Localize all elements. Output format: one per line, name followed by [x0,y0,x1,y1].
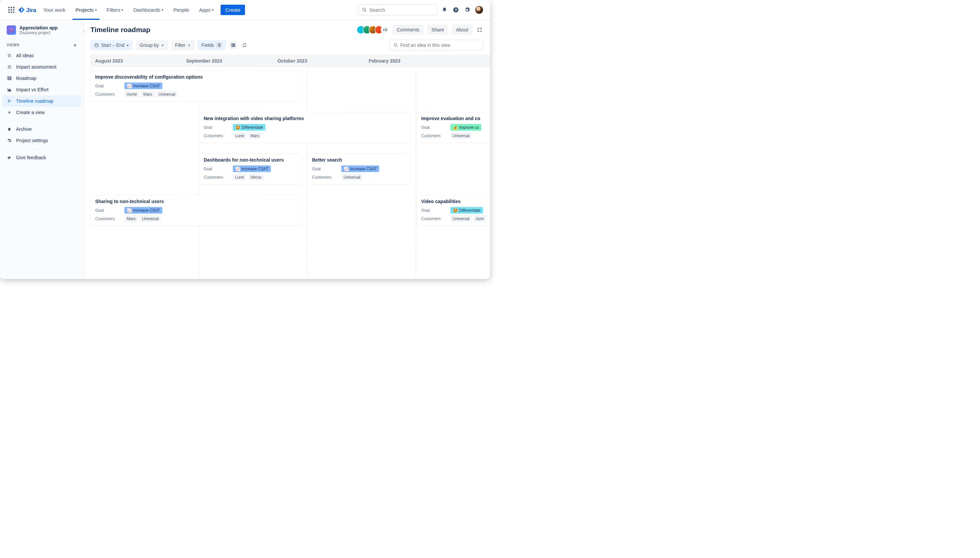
card-title: New integration with video sharing platf… [204,116,405,121]
card-title: Video capabilities [421,199,490,204]
sidebar-item-create-a-view[interactable]: Create a view [0,107,83,118]
idea-card[interactable]: Video capabilitiesGoal🤩DifferentiateCust… [416,195,490,226]
svg-rect-13 [8,90,9,91]
goal-tag: 📈Increase CSAT [125,207,162,214]
idea-card[interactable]: Improve evaluation and coGoal💰Improve co… [416,112,490,143]
nav-dashboards[interactable]: Dashboards▾ [130,0,166,20]
goal-label: Goal [312,167,337,171]
nav-projects[interactable]: Projects▾ [72,0,99,20]
fields-button[interactable]: Fields3 [197,40,226,50]
customers-label: Customers [204,175,229,180]
chevron-down-icon: ▾ [162,8,163,12]
nav-people[interactable]: People [170,0,192,20]
nav-apps[interactable]: Apps▾ [196,0,217,20]
goal-tag: 🤩Differentiate [451,207,483,214]
month-header: August 2023 [90,54,181,67]
about-button[interactable]: About [452,25,473,35]
goal-tag: 📈Increase CSAT [341,166,379,172]
jira-icon [18,7,25,13]
idea-card[interactable]: Sharing to non-technical usersGoal📈Incre… [90,195,301,226]
sidebar-item-label: Give feedback [16,155,46,160]
project-icon: 👾 [7,25,16,35]
jira-logo[interactable]: Jira [18,7,36,13]
create-button[interactable]: Create [220,5,245,15]
columns-config-icon[interactable] [229,41,237,49]
fullscreen-icon[interactable] [476,26,483,33]
customers-label: Customers [204,133,229,138]
search-icon [362,8,367,12]
megaphone-icon [7,155,12,160]
sidebar-item-label: Impact vs Effort [16,87,49,92]
svg-rect-14 [9,89,10,91]
card-title: Dashboards for non-technical users [204,158,296,163]
notifications-icon[interactable] [441,7,448,14]
svg-rect-26 [233,43,235,44]
sidebar-give-feedback[interactable]: Give feedback [0,152,83,163]
add-view-icon[interactable]: + [74,42,77,48]
sidebar-item-impact-assessment[interactable]: Impact assessment [0,61,83,72]
svg-line-1 [365,10,367,12]
sidebar-item-roadmap[interactable]: Roadmap [0,72,83,84]
sidebar-item-all-ideas[interactable]: All ideas [0,50,83,61]
idea-card[interactable]: New integration with video sharing platf… [199,112,409,143]
svg-rect-15 [10,90,11,91]
sidebar-item-label: Impact assessment [16,64,57,70]
idea-card[interactable]: Improve discoverability of configuration… [90,71,301,101]
views-section-header: VIEWS + [0,40,83,50]
sidebar-item-impact-vs-effort[interactable]: Impact vs Effort [0,84,83,95]
idea-card[interactable]: Better searchGoal📈Increase CSATCustomers… [307,154,409,184]
automation-icon[interactable] [240,41,249,49]
groupby-button[interactable]: Group by+ [136,40,168,50]
filter-button[interactable]: Filter+ [171,40,194,50]
nav-your-work[interactable]: Your work [40,0,68,20]
app-switcher-icon[interactable] [8,7,15,13]
goal-tag: 📈Increase CSAT [125,83,162,89]
gear-icon [7,138,12,143]
list-icon [7,64,12,69]
avatar-overflow[interactable]: +3 [381,26,389,34]
help-icon[interactable]: ? [452,7,460,14]
goal-label: Goal [204,167,229,171]
sidebar-item-timeline-roadmap[interactable]: Timeline roadmap [2,95,81,107]
svg-rect-28 [233,46,235,46]
search-input[interactable] [369,7,433,13]
goal-label: Goal [204,125,229,130]
find-idea-box[interactable] [390,40,483,51]
idea-card[interactable]: Dashboards for non-technical usersGoal📈I… [199,154,301,184]
project-header[interactable]: 👾 Appreciation app Discovery project [0,25,83,40]
card-title: Better search [312,158,405,163]
goal-label: Goal [421,125,447,130]
svg-rect-21 [95,44,99,47]
comments-button[interactable]: Comments [392,25,424,35]
date-range-button[interactable]: Start – End ▾ [90,40,133,50]
customer-chip: Lune [233,174,247,181]
nav-filters[interactable]: Filters▾ [104,0,127,20]
sidebar-archive[interactable]: Archive [0,124,83,135]
card-title: Improve discoverability of configuration… [95,75,296,80]
search-icon [394,43,398,48]
month-header: February 2023 [364,54,490,67]
chevron-down-icon: ▾ [122,8,123,12]
chart-icon [7,87,12,92]
goal-label: Goal [95,84,120,88]
share-button[interactable]: Share [427,25,448,35]
collaborator-avatars[interactable]: +3 [359,26,389,34]
customer-chip: Universal [341,174,363,181]
top-nav: Jira Your work Projects▾ Filters▾ Dashbo… [0,0,490,20]
customer-chip: Venus [248,174,264,181]
sidebar-item-label: Create a view [16,110,45,115]
customer-chip: Acm [474,215,486,222]
customer-chip: Acme [125,91,140,98]
sidebar-project-settings[interactable]: Project settings [0,135,83,146]
goal-label: Goal [421,208,447,213]
svg-point-0 [363,8,365,11]
customer-chip: Mars [248,133,262,139]
sidebar: ‹ 👾 Appreciation app Discovery project V… [0,20,84,279]
list-icon [7,53,12,58]
user-avatar[interactable] [475,6,483,14]
sidebar-item-label: Project settings [16,138,48,143]
settings-icon[interactable] [464,7,471,14]
sidebar-collapse-button[interactable]: ‹ [80,27,87,34]
global-search[interactable] [358,4,437,15]
find-idea-input[interactable] [400,43,479,48]
